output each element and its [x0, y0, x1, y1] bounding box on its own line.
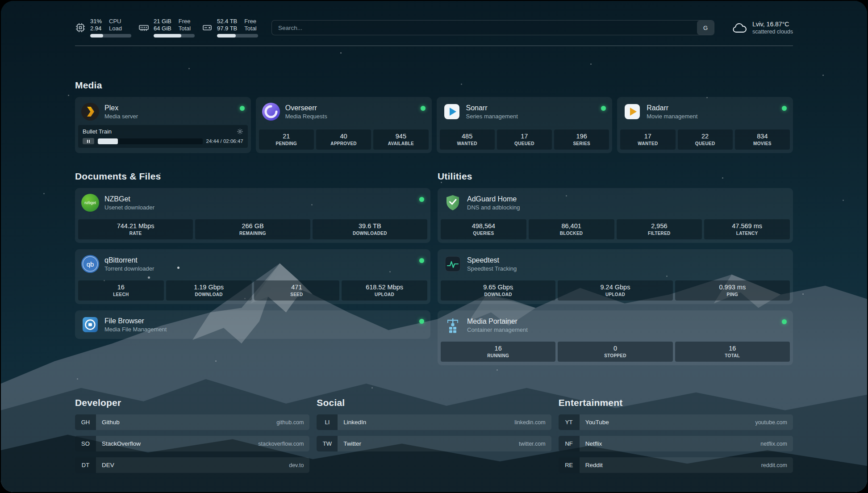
stat-block: 17 QUEUED: [497, 130, 552, 150]
stat-label: AVAILABLE: [375, 141, 426, 146]
stat-label: RATE: [80, 231, 191, 236]
bookmark-linkedin[interactable]: LI LinkedIn linkedin.com: [317, 414, 551, 430]
stat-block: 9.24 Gbps UPLOAD: [558, 280, 672, 301]
stat-label: WANTED: [622, 141, 673, 146]
service-description: Torrent downloader: [104, 265, 154, 272]
service-name: File Browser: [104, 317, 167, 325]
bookmark-name: DEV: [102, 462, 114, 468]
bookmark-abbr: DT: [75, 457, 96, 473]
bookmark-domain: youtube.com: [755, 419, 787, 426]
bookmark-abbr: SO: [75, 436, 96, 451]
stat-label: PING: [677, 292, 788, 297]
stat-block: 16 RUNNING: [441, 342, 555, 362]
bookmark-github[interactable]: GH Github github.com: [75, 414, 309, 430]
memory-free-label: Free: [179, 18, 191, 25]
stat-block: 21 PENDING: [259, 130, 314, 150]
stat-label: RUNNING: [442, 353, 554, 358]
service-name: Overseerr: [285, 104, 327, 112]
stat-block: 498,564 QUERIES: [441, 219, 526, 239]
bookmark-dev[interactable]: DT DEV dev.to: [75, 457, 309, 473]
service-description: Movie management: [647, 113, 697, 120]
disk-progress-track: [217, 34, 258, 38]
service-card-portainer[interactable]: Media Portainer Container management 16 …: [438, 310, 793, 365]
disk-free-label: Free: [244, 18, 256, 25]
bookmark-group-title: Developer: [75, 397, 309, 408]
service-description: Media server: [104, 113, 138, 120]
bookmark-domain: twitter.com: [519, 441, 546, 447]
qbittorrent-icon: qb: [81, 255, 99, 273]
playback-progress-track[interactable]: [98, 138, 203, 144]
bookmark-netflix[interactable]: NF Netflix netflix.com: [559, 436, 793, 451]
stat-block: 0 STOPPED: [558, 342, 672, 362]
bookmark-domain: stackoverflow.com: [258, 441, 304, 447]
stat-value: 2,956: [618, 222, 701, 230]
service-name: Media Portainer: [467, 318, 528, 326]
memory-free-value: 21 GiB: [154, 18, 171, 25]
service-card-plex[interactable]: Plex Media server Bullet Train: [75, 97, 251, 153]
stat-value: 17: [499, 133, 550, 140]
stat-block: 17 WANTED: [620, 130, 675, 150]
service-name: qBittorrent: [104, 256, 154, 264]
stat-label: SERIES: [556, 141, 607, 146]
plex-now-playing: Bullet Train 24:44 / 02:06:47: [78, 125, 248, 148]
service-card-adguard[interactable]: AdGuard Home DNS and adblocking 498,564 …: [438, 188, 793, 243]
bookmark-reddit[interactable]: RE Reddit reddit.com: [559, 457, 793, 473]
stat-block: 16 LEECH: [78, 280, 164, 301]
stat-value: 945: [375, 133, 426, 140]
group-title-utilities: Utilities: [438, 171, 793, 182]
service-card-radarr[interactable]: Radarr Movie management 17 WANTED 22 QUE…: [617, 97, 793, 153]
weather-widget[interactable]: Lviv, 16.87°C scattered clouds: [731, 21, 793, 35]
stat-label: LEECH: [80, 292, 162, 297]
stat-value: 266 GB: [197, 222, 308, 230]
gear-icon[interactable]: [237, 128, 243, 135]
stat-block: 22 QUEUED: [678, 130, 733, 150]
service-card-overseerr[interactable]: Overseerr Media Requests 21 PENDING 40 A…: [256, 97, 432, 153]
weather-condition: scattered clouds: [752, 29, 793, 35]
portainer-icon: [444, 316, 462, 334]
pause-button[interactable]: [83, 138, 94, 144]
stat-value: 16: [677, 345, 788, 352]
stat-block: 834 MOVIES: [735, 130, 790, 150]
memory-total-label: Total: [179, 25, 191, 32]
nzbget-icon: nzbget: [81, 194, 99, 212]
weather-location: Lviv, 16.87°C: [752, 21, 793, 28]
service-name: Sonarr: [466, 104, 518, 112]
playback-time: 24:44 / 02:06:47: [206, 138, 243, 144]
stat-value: 21: [261, 133, 312, 140]
stat-block: 47.569 ms LATENCY: [704, 219, 790, 239]
group-title-documents: Documents & Files: [75, 171, 430, 182]
memory-progress-track: [154, 34, 195, 38]
search-input[interactable]: [272, 21, 697, 35]
service-card-sonarr[interactable]: Sonarr Series management 485 WANTED 17 Q…: [437, 97, 613, 153]
service-card-speedtest[interactable]: Speedtest Speedtest Tracking 9.65 Gbps D…: [438, 249, 793, 304]
cpu-load-label: Load: [109, 25, 122, 32]
bookmark-twitter[interactable]: TW Twitter twitter.com: [317, 436, 551, 451]
group-utilities: Utilities: [438, 171, 793, 365]
bookmark-stackoverflow[interactable]: SO StackOverflow stackoverflow.com: [75, 436, 309, 451]
memory-progress-fill: [154, 34, 181, 38]
stat-label: SEED: [256, 292, 338, 297]
stat-value: 40: [318, 133, 369, 140]
stat-value: 0.993 ms: [677, 284, 788, 291]
service-card-qbittorrent[interactable]: qb qBittorrent Torrent downloader: [75, 249, 430, 304]
stat-label: DOWNLOAD: [442, 292, 554, 297]
memory-icon: [138, 22, 149, 33]
bookmark-domain: github.com: [276, 419, 304, 426]
stat-label: DOWNLOADED: [314, 231, 426, 236]
stat-label: REMAINING: [197, 231, 308, 236]
service-description: Series management: [466, 113, 518, 120]
bookmark-domain: dev.to: [289, 462, 304, 468]
stat-block: 618.52 Mbps UPLOAD: [342, 280, 427, 301]
service-card-nzbget[interactable]: nzbget NZBGet Usenet downloader 74: [75, 188, 430, 243]
service-description: Usenet downloader: [104, 204, 154, 211]
playback-progress-fill: [98, 138, 118, 144]
stat-block: 1.19 Gbps DOWNLOAD: [166, 280, 252, 301]
status-indicator: [421, 106, 426, 111]
bookmark-youtube[interactable]: YT YouTube youtube.com: [559, 414, 793, 430]
search-provider-button[interactable]: G: [697, 21, 714, 35]
search-bar: G: [271, 20, 714, 35]
cloud-icon: [731, 22, 747, 34]
stat-label: MOVIES: [737, 141, 788, 146]
stat-label: APPROVED: [318, 141, 369, 146]
service-card-filebrowser[interactable]: File Browser Media File Management: [75, 310, 430, 339]
